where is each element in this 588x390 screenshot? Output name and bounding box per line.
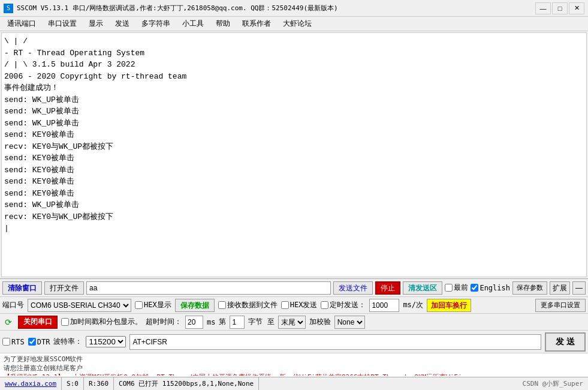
terminal-line: 2006 - 2020 Copyright by rt-thread team (4, 71, 584, 83)
checksum-select[interactable]: None (334, 316, 365, 329)
toolbar-row-1: 清除窗口 打开文件 发送文件 停止 清发送区 最前 English 保存参数 扩… (0, 278, 588, 296)
ms-per-label: ms/次 (403, 300, 423, 310)
promo-line2: 请您注册嘉立创账结尾客户 (4, 364, 584, 373)
stop-button[interactable]: 停止 (375, 281, 400, 295)
latest-checkbox-label[interactable]: 最前 (445, 283, 468, 293)
add-timestamp-checkbox[interactable] (61, 318, 69, 326)
terminal-line: send: KEY0被单击 (4, 152, 584, 164)
terminal-line: send: WK_UP被单击 (4, 94, 584, 106)
refresh-icon[interactable]: ⟳ (2, 316, 14, 328)
terminal-line: send: WK_UP被单击 (4, 118, 584, 130)
byte-label: 字节 至 (248, 317, 274, 327)
menu-bar: 通讯端口串口设置显示发送多字符串小工具帮助联系作者大虾论坛 (0, 17, 588, 31)
minus-button[interactable]: — (572, 281, 586, 295)
recv-file-label[interactable]: 接收数据到文件 (218, 300, 278, 310)
menu-item-小工具[interactable]: 小工具 (177, 17, 209, 30)
timeout-input[interactable] (185, 316, 203, 329)
hex-display-text: HEX显示 (144, 300, 171, 310)
hex-send-checkbox[interactable] (281, 301, 289, 309)
hex-send-label[interactable]: HEX发送 (281, 300, 318, 310)
save-params-button[interactable]: 保存参数 (512, 281, 547, 295)
terminal-line: - RT - Thread Operating System (4, 47, 584, 59)
rts-label[interactable]: RTS (2, 338, 25, 346)
hex-display-label[interactable]: HEX显示 (135, 300, 171, 310)
dtr-text: DTR (37, 338, 50, 346)
english-checkbox-label[interactable]: English (471, 284, 510, 292)
send-count: S:0 (67, 380, 79, 388)
toolbar-row-4: RTS DTR 波特率： 115200 9600 38400 57600 发 送 (0, 330, 588, 353)
clear-send-button[interactable]: 清发送区 (403, 281, 442, 295)
close-button[interactable]: ✕ (569, 2, 584, 14)
promo-scroll: 【升级到V5.13.1】 ★大资源MCU开发板9.9包邮 ★RT-Thread中… (4, 373, 584, 376)
close-port-label: 关闭串口 (23, 317, 52, 327)
terminal-line: \ | / (4, 35, 584, 47)
timed-send-input[interactable] (369, 299, 399, 312)
send-file-button[interactable]: 发送文件 (333, 281, 373, 295)
byte-num-input[interactable] (230, 316, 245, 329)
menu-item-发送[interactable]: 发送 (110, 17, 134, 30)
timed-send-label[interactable]: 定时发送： (321, 300, 366, 310)
di-label: 第 (219, 317, 226, 327)
dtr-label[interactable]: DTR (28, 338, 50, 346)
website-link[interactable]: www.daxia.com (5, 380, 56, 388)
menu-item-多字符串[interactable]: 多字符串 (137, 17, 175, 30)
clear-window-button[interactable]: 清除窗口 (2, 281, 42, 295)
carriage-return-button[interactable]: 加回车换行 (427, 299, 471, 312)
open-file-button[interactable]: 打开文件 (44, 281, 84, 295)
website-status[interactable]: www.daxia.com (0, 377, 62, 390)
menu-item-大虾论坛[interactable]: 大虾论坛 (278, 17, 316, 30)
menu-item-串口设置[interactable]: 串口设置 (43, 17, 82, 30)
terminal-line: 事件创建成功！ (4, 82, 584, 94)
command-input[interactable] (129, 334, 541, 350)
app-icon: S (4, 4, 13, 13)
com-status-text: COM6 已打开 115200bps,8,1,None,None (119, 379, 254, 388)
latest-checkbox[interactable] (445, 284, 453, 292)
watermark: CSDN @小辉_Super (518, 379, 588, 389)
latest-label: 最前 (454, 283, 468, 293)
terminal-line: recv: KEY0与WK_UP都被按下 (4, 211, 584, 223)
menu-item-帮助[interactable]: 帮助 (211, 17, 235, 30)
english-label: English (480, 284, 510, 292)
menu-item-联系作者[interactable]: 联系作者 (237, 17, 276, 30)
maximize-button[interactable]: □ (552, 2, 568, 14)
promo-bar: 为了更好地发展SSCOM软件 请您注册嘉立创账结尾客户 【升级到V5.13.1】… (0, 353, 588, 377)
send-input[interactable] (86, 281, 331, 295)
recv-file-text: 接收数据到文件 (227, 300, 278, 310)
terminal-line: send: KEY0被单击 (4, 129, 584, 141)
terminal-line: send: WK_UP被单击 (4, 199, 584, 211)
terminal-line: / | \ 3.1.5 build Apr 3 2022 (4, 59, 584, 71)
close-port-button[interactable]: 关闭串口 (18, 316, 58, 329)
dtr-checkbox[interactable] (28, 338, 36, 346)
rts-text: RTS (11, 338, 25, 346)
hex-send-text: HEX发送 (290, 300, 318, 310)
timed-send-text: 定时发送： (330, 300, 366, 310)
port-select[interactable]: COM6 USB-SERIAL CH340COM1COM3 (28, 299, 131, 312)
timed-send-checkbox[interactable] (321, 301, 328, 309)
send-count-status: S:0 (62, 377, 84, 390)
terminal-line: send: KEY0被单击 (4, 164, 584, 176)
minimize-button[interactable]: — (535, 2, 551, 14)
terminal-output[interactable]: \ | /- RT - Thread Operating System / | … (1, 32, 587, 277)
rts-checkbox[interactable] (2, 338, 10, 346)
baud-label: 波特率： (53, 337, 82, 347)
add-timestamp-text: 加时间戳和分包显示。 (70, 317, 142, 327)
timeout-ms-label: ms (207, 318, 215, 326)
end-select[interactable]: 末尾 (278, 316, 306, 329)
more-settings-button[interactable]: 更多串口设置 (535, 299, 586, 312)
english-checkbox[interactable] (471, 284, 478, 292)
toolbar-row-3: ⟳ 关闭串口 加时间戳和分包显示。 超时时间： ms 第 字节 至 末尾 加校验… (0, 313, 588, 330)
add-timestamp-label[interactable]: 加时间戳和分包显示。 (61, 317, 142, 327)
terminal-line: | (4, 223, 584, 235)
toolbar-row-2: 端口号 COM6 USB-SERIAL CH340COM1COM3 HEX显示 … (0, 296, 588, 313)
expand-button[interactable]: 扩展 (550, 281, 570, 295)
save-data-button[interactable]: 保存数据 (175, 299, 215, 312)
baud-select[interactable]: 115200 9600 38400 57600 (86, 336, 126, 347)
send-button[interactable]: 发 送 (545, 332, 586, 352)
menu-item-显示[interactable]: 显示 (84, 17, 108, 30)
terminal-line: send: KEY0被单击 (4, 188, 584, 200)
hex-display-checkbox[interactable] (135, 301, 143, 309)
recv-file-checkbox[interactable] (218, 301, 226, 309)
timeout-label: 超时时间： (146, 317, 182, 327)
menu-item-通讯端口[interactable]: 通讯端口 (2, 17, 41, 30)
status-bar: www.daxia.com S:0 R:360 COM6 已打开 115200b… (0, 377, 588, 390)
